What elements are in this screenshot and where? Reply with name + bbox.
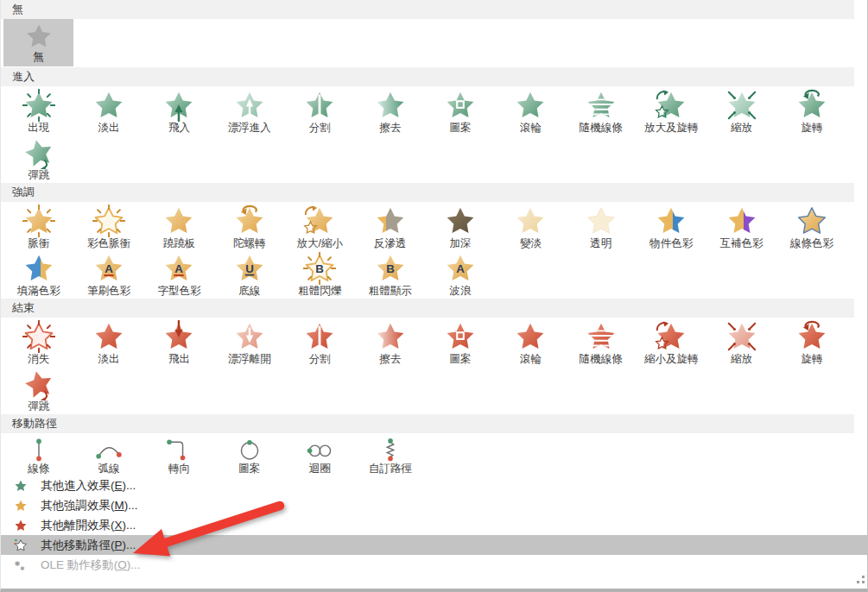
effect-item[interactable]: 加深 <box>425 204 495 251</box>
effect-item[interactable]: 縮放 <box>706 88 776 135</box>
effect-item[interactable]: 消失 <box>3 319 73 367</box>
effect-item[interactable]: 滾輪 <box>496 88 566 135</box>
svg-text:B: B <box>386 262 395 275</box>
effect-label: 隨機線條 <box>580 353 623 365</box>
effect-item[interactable]: 擦去 <box>355 319 425 367</box>
effect-item[interactable]: 彈跳 <box>3 367 73 414</box>
effect-item[interactable]: 圖案 <box>425 319 495 367</box>
effect-item[interactable]: 隨機線條 <box>566 88 636 135</box>
effect-item[interactable]: 放大及旋轉 <box>637 88 706 135</box>
effect-item[interactable]: 隨機線條 <box>566 319 636 367</box>
effect-label: 彈跳 <box>28 400 49 413</box>
star-icon <box>233 89 266 122</box>
effect-label: 分割 <box>309 353 331 365</box>
effect-label: 圖案 <box>450 122 472 134</box>
effect-item[interactable]: A波浪 <box>425 251 495 299</box>
star-icon <box>585 320 618 353</box>
effect-item[interactable]: 飛出 <box>144 319 214 367</box>
gallery-footer-menu: 其他進入效果(E)...其他強調效果(M)...其他離開效果(X)...其他移動… <box>1 475 867 575</box>
star-icon: A <box>444 252 477 285</box>
effect-label: 消失 <box>28 353 49 365</box>
motion-path-arc-icon <box>90 436 128 463</box>
star-green-icon <box>12 477 29 494</box>
effect-item[interactable]: 旋轉 <box>776 319 846 367</box>
effect-item[interactable]: 反滲透 <box>355 204 425 251</box>
effect-label: 擦去 <box>379 122 401 134</box>
motion-path-turn-icon <box>160 436 198 463</box>
star-icon: A <box>92 252 125 285</box>
effect-item[interactable]: 彩色脈衝 <box>73 204 143 251</box>
effect-label: 迴圈 <box>309 463 331 475</box>
effect-item-none[interactable]: 無 <box>3 19 73 66</box>
effect-label: 陀螺轉 <box>233 237 266 249</box>
star-gold-icon <box>12 497 29 513</box>
motion-path-item[interactable]: 轉向 <box>144 435 214 475</box>
effect-item[interactable]: 縮小及旋轉 <box>637 319 706 367</box>
star-icon <box>92 320 125 353</box>
star-icon <box>22 252 55 285</box>
effect-item[interactable]: B粗體顯示 <box>355 251 425 299</box>
effect-item[interactable]: A字型色彩 <box>144 251 214 299</box>
effect-label: 飛出 <box>168 353 190 365</box>
motion-path-item[interactable]: 自訂路徑 <box>355 435 425 475</box>
star-outline-path-icon <box>12 537 29 553</box>
effect-item[interactable]: 旋轉 <box>776 88 846 135</box>
resize-grip-icon[interactable] <box>856 575 865 583</box>
effect-item[interactable]: 淡出 <box>73 88 143 135</box>
effect-label: 物件色彩 <box>649 237 693 249</box>
menu-item-more-entrance-effects[interactable]: 其他進入效果(E)... <box>1 475 867 495</box>
effect-item[interactable]: B粗體閃爍 <box>285 251 355 299</box>
effect-label: 反滲透 <box>374 237 407 249</box>
effect-item[interactable]: A筆刷色彩 <box>73 251 143 299</box>
effect-item[interactable]: 擦去 <box>355 88 425 135</box>
effect-item[interactable]: 圖案 <box>425 88 495 135</box>
effect-label: 自訂路徑 <box>369 463 412 475</box>
effect-item[interactable]: 漂浮離開 <box>214 319 284 367</box>
star-icon <box>725 89 758 122</box>
star-icon <box>22 320 55 353</box>
effect-item[interactable]: 縮放 <box>706 319 776 367</box>
menu-item-more-emphasis-effects[interactable]: 其他強調效果(M)... <box>1 495 867 515</box>
animation-gallery-panel: 無無進入出現淡出飛入漂浮進入分割擦去圖案滾輪隨機線條放大及旋轉縮放旋轉彈跳強調脈… <box>0 0 868 592</box>
effect-label: 分割 <box>309 122 331 134</box>
menu-item-label: 其他離開效果(X)... <box>41 518 136 533</box>
section-header-exit: 結束 <box>1 299 854 318</box>
effect-label: 互補色彩 <box>720 237 763 249</box>
effect-item[interactable]: 彈跳 <box>3 135 73 183</box>
star-icon <box>24 22 54 51</box>
motion-path-item[interactable]: 弧線 <box>73 435 143 475</box>
effect-item[interactable]: 互補色彩 <box>706 204 776 251</box>
effect-item[interactable]: 填滿色彩 <box>3 251 73 299</box>
effect-item[interactable]: 滾輪 <box>496 319 566 367</box>
svg-text:✱: ✱ <box>14 559 20 567</box>
effect-item[interactable]: 蹺蹺板 <box>144 204 214 251</box>
effect-item[interactable]: 漂浮進入 <box>214 88 284 135</box>
effect-item[interactable]: U底線 <box>214 251 284 299</box>
menu-item-more-motion-paths[interactable]: 其他移動路徑(P)... <box>1 535 867 555</box>
effect-item[interactable]: 線條色彩 <box>776 204 846 251</box>
effect-item[interactable]: 出現 <box>3 88 73 135</box>
effect-item[interactable]: 放大/縮小 <box>285 204 355 251</box>
effect-item[interactable]: 分割 <box>285 319 355 367</box>
star-icon <box>22 368 55 400</box>
effect-item[interactable]: 物件色彩 <box>637 204 706 251</box>
star-icon <box>303 320 336 353</box>
motion-path-item[interactable]: 圖案 <box>214 435 284 475</box>
effect-item[interactable]: 陀螺轉 <box>214 204 284 251</box>
motion-path-item[interactable]: 線條 <box>3 435 73 475</box>
motion-path-item[interactable]: 迴圈 <box>285 435 355 475</box>
menu-item-label: 其他強調效果(M)... <box>41 498 138 513</box>
menu-item-more-exit-effects[interactable]: 其他離開效果(X)... <box>1 515 867 535</box>
effect-item[interactable]: 分割 <box>285 88 355 135</box>
section-header-motion-paths: 移動路徑 <box>1 414 854 433</box>
effect-label: 出現 <box>28 122 49 134</box>
effect-label: 線條 <box>28 463 49 475</box>
effect-item[interactable]: 飛入 <box>144 88 214 135</box>
effect-item[interactable]: 淡出 <box>73 319 143 367</box>
effect-item[interactable]: 脈衝 <box>3 204 73 251</box>
menu-item-label: 其他移動路徑(P)... <box>41 538 136 553</box>
effect-label: 脈衝 <box>28 237 49 249</box>
motion-path-circle-icon <box>231 436 269 463</box>
effect-item[interactable]: 變淡 <box>496 204 566 251</box>
effect-item[interactable]: 透明 <box>566 204 636 251</box>
